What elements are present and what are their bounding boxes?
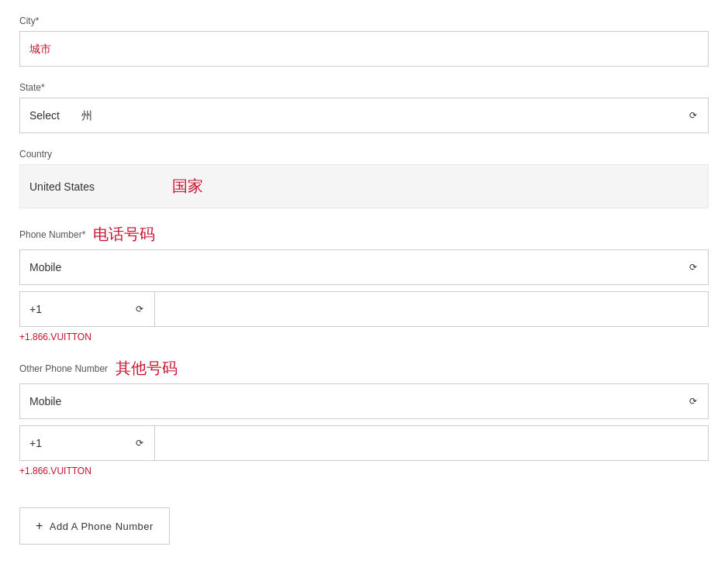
phone-section: Phone Number* 电话号码 Mobile Home Work Othe… (19, 224, 709, 342)
country-display: United States 国家 (19, 164, 709, 208)
other-phone-type-select-wrapper: Mobile Home Work Other ⟳ (19, 383, 709, 419)
other-phone-section: Other Phone Number 其他号码 Mobile Home Work… (19, 358, 709, 476)
country-chinese-label: 国家 (172, 176, 203, 197)
country-label: Country (19, 149, 709, 160)
city-section: City* (19, 15, 709, 67)
other-phone-label: Other Phone Number (19, 363, 108, 374)
other-phone-vuitton-link[interactable]: +1.866.VUITTON (19, 466, 91, 476)
phone-type-select-wrapper: Mobile Home Work Other ⟳ (19, 249, 709, 285)
state-select[interactable]: Select 州 Alabama Alaska Arizona Californ… (20, 98, 708, 132)
other-phone-number-input[interactable] (155, 425, 709, 461)
state-label: State* (19, 82, 709, 93)
other-phone-code-select[interactable]: +1 +44 +86 +33 +49 (20, 426, 154, 460)
state-select-wrapper: Select 州 Alabama Alaska Arizona Californ… (19, 98, 709, 133)
phone-row: +1 +44 +86 +33 +49 ⟳ (19, 291, 709, 327)
other-phone-code-wrapper: +1 +44 +86 +33 +49 ⟳ (19, 425, 155, 461)
phone-code-wrapper: +1 +44 +86 +33 +49 ⟳ (19, 291, 155, 327)
add-phone-button[interactable]: + Add A Phone Number (19, 507, 170, 545)
phone-chinese-label: 电话号码 (93, 224, 155, 245)
other-phone-type-select[interactable]: Mobile Home Work Other (20, 384, 708, 418)
city-input[interactable] (19, 31, 709, 67)
other-phone-row: +1 +44 +86 +33 +49 ⟳ (19, 425, 709, 461)
country-section: Country United States 国家 (19, 149, 709, 208)
phone-code-select[interactable]: +1 +44 +86 +33 +49 (20, 292, 154, 326)
phone-number-input[interactable] (155, 291, 709, 327)
phone-vuitton-link[interactable]: +1.866.VUITTON (19, 332, 91, 342)
other-phone-title-row: Other Phone Number 其他号码 (19, 358, 709, 379)
other-phone-chinese-label: 其他号码 (116, 358, 178, 379)
country-value: United States (29, 180, 95, 193)
state-section: State* Select 州 Alabama Alaska Arizona C… (19, 82, 709, 133)
city-label: City* (19, 15, 709, 26)
add-phone-label: Add A Phone Number (50, 521, 154, 532)
phone-type-select[interactable]: Mobile Home Work Other (20, 250, 708, 284)
plus-icon: + (36, 519, 43, 533)
phone-title-row: Phone Number* 电话号码 (19, 224, 709, 245)
phone-label: Phone Number* (19, 229, 85, 240)
